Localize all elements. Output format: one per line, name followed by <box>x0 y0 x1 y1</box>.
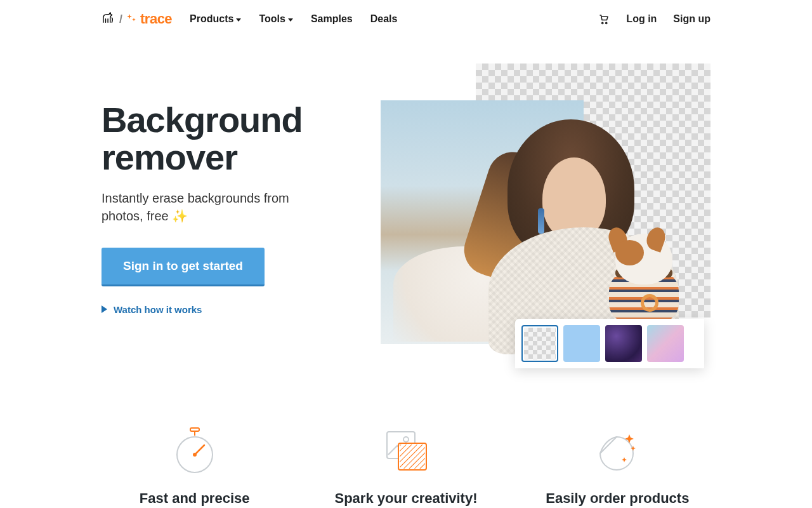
hero-title-line2: remover <box>102 137 237 177</box>
navbar: / trace Products Tools Samples Deals <box>102 0 710 38</box>
feature-title: Easily order products <box>531 490 704 507</box>
signup-link[interactable]: Sign up <box>673 13 710 25</box>
sticker-sparkle-icon <box>531 425 704 476</box>
hero-sub-text: Instantly erase backgrounds from photos,… <box>102 191 289 223</box>
nav-products[interactable]: Products <box>190 13 241 25</box>
sign-in-button[interactable]: Sign in to get started <box>102 248 265 286</box>
bg-option-light-blue[interactable] <box>563 325 600 362</box>
hero-left: Background remover Instantly erase backg… <box>102 64 368 368</box>
bg-option-transparent[interactable] <box>521 325 558 362</box>
chevron-down-icon <box>236 18 241 22</box>
play-icon <box>102 305 107 313</box>
bg-option-watercolor[interactable] <box>647 325 684 362</box>
svg-rect-0 <box>190 428 199 431</box>
hero-title-line1: Background <box>102 100 303 140</box>
nav-samples-label: Samples <box>311 13 353 25</box>
cart-icon[interactable] <box>598 13 610 25</box>
chevron-down-icon <box>288 18 293 22</box>
features-row: Fast and precise Upload your image to au… <box>102 425 710 508</box>
sparkle-icon <box>126 13 136 25</box>
hero: Background remover Instantly erase backg… <box>102 64 710 368</box>
stopwatch-icon <box>108 425 281 476</box>
svg-line-4 <box>195 445 204 455</box>
feature-fast: Fast and precise Upload your image to au… <box>102 425 287 508</box>
watch-how-link[interactable]: Watch how it works <box>102 304 368 315</box>
feature-title: Fast and precise <box>108 490 281 507</box>
nav-links: Products Tools Samples Deals <box>190 13 397 25</box>
nav-tools-label: Tools <box>259 13 285 25</box>
logo-word: trace <box>140 11 172 27</box>
nav-samples[interactable]: Samples <box>311 13 353 25</box>
hero-image-area <box>381 64 710 368</box>
bg-option-galaxy[interactable] <box>605 325 642 362</box>
images-icon <box>319 425 492 476</box>
feature-title: Spark your creativity! <box>319 490 492 507</box>
horse-icon <box>102 12 115 26</box>
nav-tools[interactable]: Tools <box>259 13 292 25</box>
feature-order: Easily order products Download your imag… <box>525 425 710 508</box>
logo[interactable]: / trace <box>102 11 172 27</box>
svg-rect-9 <box>400 444 425 469</box>
original-photo <box>381 100 584 344</box>
feature-creativity: Spark your creativity! Make your photo s… <box>313 425 499 508</box>
sparkle-emoji: ✨ <box>172 209 188 223</box>
nav-deals-label: Deals <box>370 13 398 25</box>
nav-products-label: Products <box>190 13 233 25</box>
nav-right: Log in Sign up <box>598 13 710 25</box>
background-picker <box>515 319 704 368</box>
slash-icon: / <box>119 13 122 26</box>
hero-sub: Instantly erase backgrounds from photos,… <box>102 189 330 225</box>
nav-deals[interactable]: Deals <box>370 13 398 25</box>
hero-title: Background remover <box>102 102 368 177</box>
login-link[interactable]: Log in <box>626 13 657 25</box>
watch-how-label: Watch how it works <box>114 304 202 315</box>
